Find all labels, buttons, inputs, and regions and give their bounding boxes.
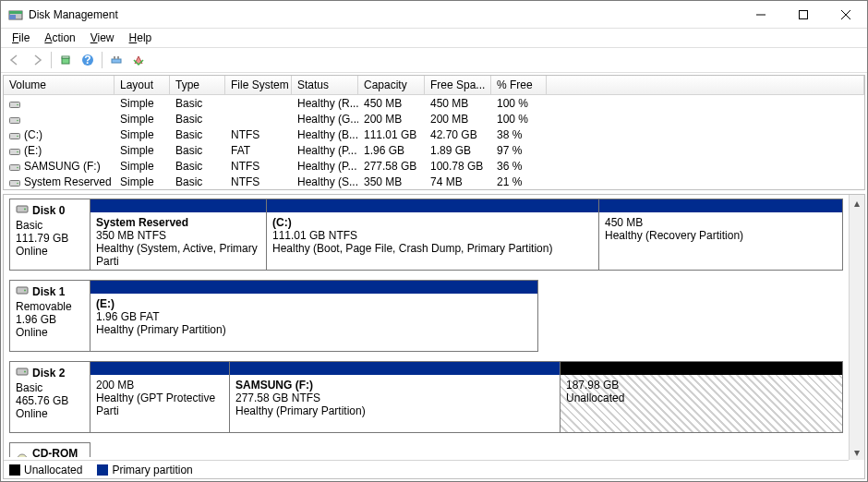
partition[interactable]: SAMSUNG (F:)277.58 GB NTFSHealthy (Prima… [229,362,560,432]
svg-rect-28 [17,287,28,294]
disk-graphic-pane: Disk 0 Basic 111.79 GB Online System Res… [3,194,865,479]
svg-rect-22 [10,164,20,170]
toolbar: ? [1,47,867,73]
disk-label[interactable]: Disk 1 Removable 1.96 GB Online [9,280,90,352]
svg-rect-4 [800,10,808,18]
svg-rect-26 [17,206,28,212]
volume-list-header: Volume Layout Type File System Status Ca… [4,76,864,95]
svg-point-27 [24,209,26,211]
svg-rect-12 [114,56,115,59]
svg-rect-24 [10,180,20,186]
menubar: File Action View Help [1,29,867,47]
drive-icon [9,162,20,171]
partition-unallocated[interactable]: 187.98 GBUnallocated [560,362,842,432]
svg-rect-8 [62,56,69,58]
partition[interactable]: 200 MBHealthy (GPT Protective Parti [90,362,229,432]
col-filesystem[interactable]: File System [225,76,292,94]
partition[interactable]: (C:)111.01 GB NTFSHealthy (Boot, Page Fi… [266,199,598,270]
disk-icon [16,284,29,298]
disk-row[interactable]: Disk 2 Basic 465.76 GB Online 200 MBHeal… [9,361,843,433]
col-volume[interactable]: Volume [4,76,115,94]
drive-icon [9,114,20,124]
volume-row[interactable]: SAMSUNG (F:)SimpleBasicNTFSHealthy (P...… [4,158,864,174]
menu-file[interactable]: File [5,30,37,46]
volume-row[interactable]: System ReservedSimpleBasicNTFSHealthy (S… [4,174,864,189]
scroll-up-button[interactable]: ▴ [850,195,864,211]
minimize-button[interactable] [740,1,782,29]
legend: Unallocated Primary partition [4,460,849,478]
partition[interactable]: System Reserved350 MB NTFSHealthy (Syste… [90,199,266,270]
svg-rect-7 [62,58,69,64]
svg-point-31 [24,371,26,373]
volume-row[interactable]: (C:)SimpleBasicNTFSHealthy (B...111.01 G… [4,127,864,142]
svg-text:?: ? [84,54,90,66]
partition[interactable]: (E:)1.96 GB FATHealthy (Primary Partitio… [90,281,537,351]
menu-action[interactable]: Action [37,30,82,46]
svg-rect-30 [17,368,28,375]
back-button[interactable] [5,50,25,70]
cdrom-icon [16,453,29,458]
legend-unallocated: Unallocated [9,464,82,476]
drive-icon [9,99,20,108]
vertical-scrollbar[interactable]: ▴ ▾ [849,195,864,460]
settings-button[interactable] [106,50,127,70]
disk-icon [16,366,29,380]
svg-rect-20 [10,149,20,154]
partition[interactable]: 450 MBHealthy (Recovery Partition) [598,199,842,270]
svg-point-25 [17,182,18,184]
volume-list: Volume Layout Type File System Status Ca… [3,75,865,190]
disk-label[interactable]: CD-ROM 0 [9,442,90,457]
drive-icon [9,146,20,155]
app-icon [8,7,23,22]
svg-rect-14 [10,102,20,107]
disk-row[interactable]: CD-ROM 0 [9,442,843,457]
svg-point-15 [17,103,18,105]
svg-point-29 [24,290,26,292]
volume-row[interactable]: SimpleBasicHealthy (G...200 MB200 MB100 … [4,111,864,127]
legend-primary: Primary partition [97,464,192,476]
scroll-down-button[interactable]: ▾ [850,444,864,460]
svg-point-17 [17,119,18,121]
disk-row[interactable]: Disk 0 Basic 111.79 GB Online System Res… [9,199,843,271]
action-button[interactable] [128,50,149,70]
col-free[interactable]: Free Spa... [425,76,491,94]
col-type[interactable]: Type [170,76,225,94]
disk-icon [16,203,29,217]
drive-icon [9,130,20,139]
help-button[interactable]: ? [78,50,98,70]
col-layout[interactable]: Layout [115,76,170,94]
svg-point-32 [18,454,27,458]
close-button[interactable] [825,1,867,29]
svg-rect-2 [9,15,16,19]
volume-row[interactable]: SimpleBasicHealthy (R...450 MB450 MB100 … [4,95,864,111]
disk-label[interactable]: Disk 0 Basic 111.79 GB Online [9,199,90,271]
svg-point-23 [17,166,18,168]
svg-rect-13 [117,56,119,59]
menu-help[interactable]: Help [122,30,160,46]
svg-point-19 [17,135,18,137]
svg-rect-11 [112,59,121,63]
volume-row[interactable]: (E:)SimpleBasicFATHealthy (P...1.96 GB1.… [4,142,864,158]
menu-view[interactable]: View [83,30,122,46]
svg-rect-16 [10,117,20,123]
disk-row[interactable]: Disk 1 Removable 1.96 GB Online (E:)1.96… [9,280,843,352]
disk-label[interactable]: Disk 2 Basic 465.76 GB Online [9,361,90,433]
col-status[interactable]: Status [292,76,358,94]
maximize-button[interactable] [782,1,825,29]
col-pfree[interactable]: % Free [491,76,547,94]
window-title: Disk Management [29,8,740,21]
drive-icon [9,177,20,187]
svg-point-21 [17,151,18,152]
titlebar: Disk Management [1,1,867,29]
window: Disk Management File Action View Help ? … [0,0,868,482]
svg-rect-18 [10,133,20,139]
refresh-button[interactable] [55,50,76,70]
col-capacity[interactable]: Capacity [358,76,425,94]
forward-button[interactable] [27,50,47,70]
svg-rect-1 [9,11,22,14]
